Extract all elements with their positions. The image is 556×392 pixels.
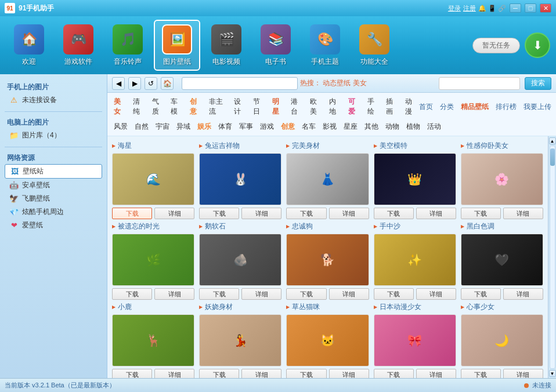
task-button[interactable]: 暂无任务 [472,38,520,53]
sidebar-item-no-device[interactable]: ⚠ 未连接设备 [5,93,102,107]
cat-item-nature[interactable]: 自然 [133,121,150,132]
detail-btn-girl[interactable]: 详细 [503,369,543,378]
cat-item-scenery[interactable]: 风景 [112,121,129,132]
detail-btn-anime[interactable]: 详细 [416,369,456,378]
download-btn-curves[interactable]: 下载 [199,369,239,378]
cat-nav-home[interactable]: 首页 [419,102,433,112]
home-button[interactable]: 🏠 [161,77,174,90]
nav-item-welcome[interactable]: 🏠 欢迎 [6,20,52,71]
detail-btn-deer[interactable]: 详细 [154,369,194,378]
grid-title-pebble[interactable]: 鹅软石 [199,222,281,231]
download-btn-mascot[interactable]: 下载 [199,208,239,219]
nav-item-photo[interactable]: 🖼️ 图片壁纸 [154,20,200,71]
detail-btn-mascot[interactable]: 详细 [241,208,281,219]
grid-title-model[interactable]: 美空模特 [374,141,456,151]
detail-btn-curves[interactable]: 详细 [241,369,281,378]
grid-thumb-loyal[interactable]: 🐕 [286,234,369,286]
scroll-up-button[interactable]: ▲ [549,137,556,144]
download-btn-sand[interactable]: 下载 [374,288,414,300]
cat-item-game[interactable]: 游戏 [258,121,276,132]
grid-thumb-sand[interactable]: ✨ [374,234,456,286]
grid-title-girl[interactable]: 心事少女 [461,302,543,312]
detail-btn-loyal[interactable]: 详细 [329,288,369,300]
grid-title-body[interactable]: 完美身材 [286,141,369,151]
download-btn-cat[interactable]: 下载 [286,369,326,378]
download-btn-pebble[interactable]: 下载 [199,288,239,300]
grid-title-mascot[interactable]: 兔运吉祥物 [199,141,281,151]
cat-item-military[interactable]: 军事 [237,121,255,132]
detail-btn-sand[interactable]: 详细 [416,288,456,300]
cat-item-car-model[interactable]: 车模 [169,96,185,117]
address-input[interactable] [182,77,298,90]
grid-thumb-deer[interactable]: 🦌 [112,314,194,366]
grid-thumb-starfish[interactable]: 🌊 [112,153,194,205]
cat-item-western[interactable]: 欧美 [308,96,324,117]
grid-thumb-beauty[interactable]: 🌸 [461,153,543,205]
cat-item-exotic[interactable]: 异域 [175,121,192,132]
download-btn-starfish[interactable]: 下载 [112,208,152,219]
grid-thumb-bw[interactable]: 🖤 [461,234,543,286]
nav-item-movie[interactable]: 🎬 电影视频 [203,20,250,71]
cat-nav-featured[interactable]: 精品壁纸 [461,102,489,112]
close-button[interactable]: ✕ [540,3,551,13]
detail-btn-cat[interactable]: 详细 [329,369,369,378]
cat-item-activity[interactable]: 活动 [425,121,443,132]
cat-item-illustration[interactable]: 插画 [384,96,400,117]
detail-btn-bw[interactable]: 详细 [503,288,543,300]
forward-button[interactable]: ▶ [128,77,141,90]
cat-item-hktw[interactable]: 港台 [289,96,305,117]
grid-thumb-anime[interactable]: 🎀 [374,314,456,366]
cat-item-car[interactable]: 名车 [300,121,317,132]
sidebar-item-phoenix[interactable]: 🦅 飞鹏壁纸 [5,192,102,205]
cat-item-anime[interactable]: 动漫 [403,96,419,117]
download-btn-body[interactable]: 下载 [286,208,326,219]
grid-thumb-body[interactable]: 👗 [286,153,369,205]
login-link[interactable]: 登录 [448,4,461,13]
detail-btn-beauty[interactable]: 详细 [503,208,543,219]
grid-thumb-cat[interactable]: 🐱 [286,314,369,366]
nav-item-music[interactable]: 🎵 音乐铃声 [104,20,151,71]
detail-btn-starfish[interactable]: 详细 [154,208,194,219]
cat-item-entertainment[interactable]: 娱乐 [196,121,213,132]
scroll-track[interactable] [550,146,555,369]
detail-btn-body[interactable]: 详细 [329,208,369,219]
grid-title-deer[interactable]: 小鹿 [112,302,194,312]
cat-item-nonmainstream[interactable]: 非主流 [207,96,229,117]
download-btn-loyal[interactable]: 下载 [286,288,326,300]
nav-item-ebook[interactable]: 📚 电子书 [252,20,299,71]
sidebar-item-wallpaper-station[interactable]: 🖼 壁纸站 [5,164,102,179]
nav-item-theme[interactable]: 🎨 手机主题 [302,20,348,71]
grid-thumb-forgotten[interactable]: 🌿 [112,234,194,286]
cat-nav-rank[interactable]: 排行榜 [496,102,517,112]
refresh-button[interactable]: ↺ [145,77,157,90]
grid-title-curves[interactable]: 妖娆身材 [199,302,281,312]
cat-item-sports[interactable]: 体育 [216,121,234,132]
grid-title-beauty[interactable]: 性感仰卧美女 [461,141,543,151]
download-btn-beauty[interactable]: 下载 [461,208,501,219]
download-btn-forgotten[interactable]: 下载 [112,288,152,300]
nav-item-game[interactable]: 🎮 游戏软件 [55,20,102,71]
sidebar-item-ilove[interactable]: ❤ 爱壁纸 [5,219,102,232]
cat-item-constellation[interactable]: 星座 [342,121,359,132]
grid-thumb-curves[interactable]: 💃 [199,314,281,366]
download-btn-anime[interactable]: 下载 [374,369,414,378]
search-button[interactable]: 搜索 [525,77,551,90]
grid-thumb-girl[interactable]: 🌙 [461,314,543,366]
search-input[interactable] [439,77,520,90]
cat-item-creative2[interactable]: 创意 [279,121,297,132]
cat-item-holiday[interactable]: 节日 [251,96,267,117]
cat-item-beauty[interactable]: 美女 [112,96,128,117]
cat-item-other[interactable]: 其他 [363,121,380,132]
scrollbar[interactable]: ▲ ▼ [548,136,556,378]
cat-item-star[interactable]: 明星 [270,96,286,117]
hot-item-1[interactable]: 动态壁纸 [323,79,351,87]
scroll-thumb[interactable] [550,148,555,166]
cat-nav-upload[interactable]: 我要上传 [523,102,551,112]
detail-btn-pebble[interactable]: 详细 [241,288,281,300]
cat-item-movie[interactable]: 影视 [321,121,338,132]
cat-item-design[interactable]: 设计 [232,96,248,117]
cat-nav-category[interactable]: 分类 [440,102,454,112]
download-button[interactable]: ⬇ [525,32,550,58]
grid-thumb-model[interactable]: 👑 [374,153,456,205]
grid-title-loyal[interactable]: 忠诚狗 [286,222,369,231]
